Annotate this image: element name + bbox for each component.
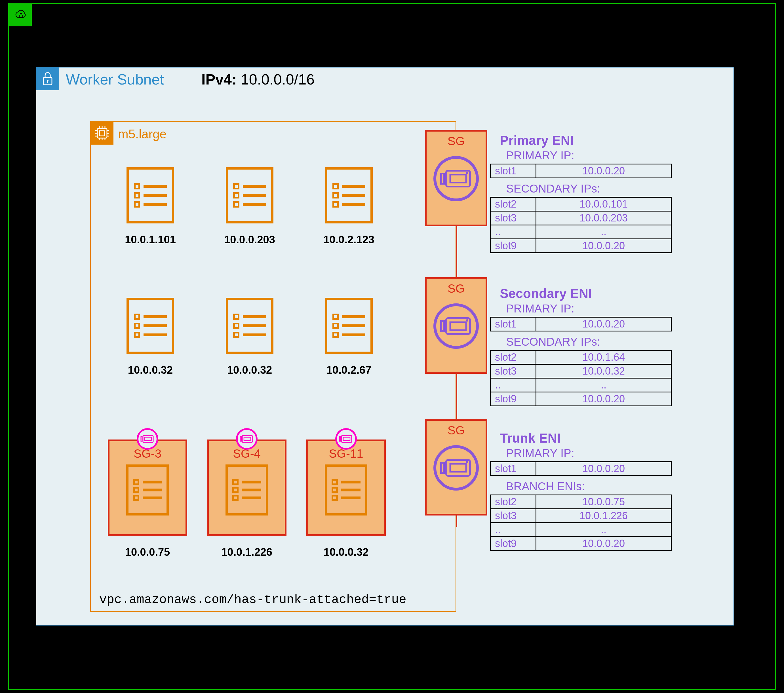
- eni-icon: [433, 445, 479, 491]
- eni-card-primary: SG: [425, 130, 487, 226]
- pod-ip: 10.0.1.101: [108, 234, 193, 246]
- task-icon: [325, 298, 373, 354]
- table-row: slot110.0.0.20: [491, 317, 671, 331]
- sg-pod-item: SG-11 10.0.0.32: [303, 440, 389, 558]
- table-row: slot910.0.0.20: [491, 537, 671, 551]
- svg-point-38: [466, 461, 468, 463]
- pod-ip: 10.0.2.123: [306, 234, 392, 246]
- eni-table-primary-ip: slot110.0.0.20: [490, 461, 672, 476]
- task-icon: [127, 167, 174, 224]
- svg-rect-20: [145, 437, 152, 441]
- task-icon: [325, 464, 367, 515]
- trunk-eni-block: Trunk ENI PRIMARY IP: slot110.0.0.20 BRA…: [490, 430, 692, 551]
- svg-rect-18: [141, 437, 142, 441]
- subnet-cidr: IPv4: 10.0.0.0/16: [201, 71, 315, 88]
- nic-icon: [240, 435, 254, 443]
- pod-item: 10.0.2.67: [306, 298, 392, 376]
- pod-item: 10.0.0.32: [207, 298, 292, 376]
- instance-badge: [91, 122, 114, 145]
- subnet-title: Worker Subnet: [66, 71, 164, 88]
- task-icon: [226, 298, 273, 354]
- svg-rect-5: [100, 131, 105, 136]
- eni-subtitle-primary-ip: PRIMARY IP:: [506, 302, 692, 315]
- eni-icon: [433, 156, 479, 201]
- sg-pod-item: SG-3 10.0.0.75: [105, 440, 190, 558]
- table-row: slot210.0.0.101: [491, 198, 671, 211]
- pod-ip: 10.0.0.32: [207, 364, 292, 376]
- eni-title: Primary ENI: [500, 133, 692, 148]
- task-icon: [325, 167, 373, 224]
- svg-rect-4: [97, 128, 107, 138]
- nic-icon: [339, 435, 353, 443]
- eni-card-trunk: SG: [425, 419, 487, 515]
- nic-icon: [440, 458, 472, 478]
- table-row: slot110.0.0.20: [491, 462, 671, 476]
- pod-item: 10.0.2.123: [306, 167, 392, 246]
- secondary-eni-block: Secondary ENI PRIMARY IP: slot110.0.0.20…: [490, 286, 692, 407]
- task-icon: [127, 298, 174, 354]
- pod-ip: 10.0.0.32: [108, 364, 193, 376]
- svg-rect-21: [240, 437, 241, 441]
- pod-item: 10.0.1.101: [108, 167, 193, 246]
- eni-subtitle-branch-enis: BRANCH ENIs:: [506, 480, 692, 493]
- sg-box: SG-11: [306, 440, 386, 536]
- svg-rect-37: [450, 464, 466, 472]
- sg-box: SG-4: [207, 440, 287, 536]
- eni-icon: [433, 303, 479, 349]
- table-row: slot310.0.0.203: [491, 211, 671, 225]
- lock-icon: [42, 71, 54, 87]
- svg-rect-31: [441, 321, 444, 331]
- svg-rect-29: [450, 174, 466, 183]
- eni-subtitle-secondary-ips: SECONDARY IPs:: [506, 182, 692, 195]
- svg-rect-33: [450, 322, 466, 330]
- table-row: slot910.0.0.20: [491, 239, 671, 253]
- sg-box: SG-3: [108, 440, 187, 536]
- branch-eni-icon: [335, 428, 357, 450]
- eni-table-branch-enis: slot210.0.0.75 slot310.0.1.226 .... slot…: [490, 494, 672, 551]
- svg-rect-24: [339, 437, 341, 441]
- pod-ip: 10.0.0.203: [207, 234, 292, 246]
- sg-label: SG: [448, 424, 465, 437]
- subnet-badge: [36, 67, 59, 90]
- table-row: ....: [491, 225, 671, 239]
- svg-rect-35: [441, 463, 444, 473]
- table-row: ....: [491, 523, 671, 537]
- branch-eni-icon: [236, 428, 257, 450]
- table-row: slot310.0.0.32: [491, 364, 671, 378]
- svg-rect-27: [441, 173, 444, 184]
- eni-table-secondary-ips: slot210.0.1.64 slot310.0.0.32 .... slot9…: [490, 350, 672, 407]
- eni-card-secondary: SG: [425, 277, 487, 374]
- primary-eni-block: Primary ENI PRIMARY IP: slot110.0.0.20 S…: [490, 133, 692, 253]
- svg-point-34: [466, 319, 468, 321]
- sg-label: SG: [448, 282, 465, 295]
- pod-ip: 10.0.2.67: [306, 364, 392, 376]
- pod-ip: 10.0.1.226: [204, 546, 289, 558]
- nic-icon: [440, 168, 472, 189]
- task-icon: [126, 464, 169, 515]
- eni-subtitle-primary-ip: PRIMARY IP:: [506, 149, 692, 162]
- table-row: slot910.0.0.20: [491, 392, 671, 406]
- sg-label: SG: [448, 134, 465, 148]
- svg-point-30: [466, 172, 468, 174]
- nic-icon: [141, 435, 154, 443]
- svg-rect-26: [343, 437, 350, 441]
- task-icon: [226, 167, 273, 224]
- diagram-canvas: Worker Subnet IPv4: 10.0.0.0/16: [0, 0, 784, 693]
- eni-table-secondary-ips: slot210.0.0.101 slot310.0.0.203 .... slo…: [490, 197, 672, 253]
- vpc-badge: [9, 4, 32, 26]
- svg-rect-23: [244, 437, 251, 441]
- eni-subtitle-secondary-ips: SECONDARY IPs:: [506, 336, 692, 348]
- eni-title: Secondary ENI: [500, 286, 692, 301]
- sg-pod-item: SG-4 10.0.1.226: [204, 440, 289, 558]
- table-row: slot210.0.1.64: [491, 351, 671, 364]
- subnet-cidr-value: 10.0.0.0/16: [241, 71, 315, 87]
- table-row: slot210.0.0.75: [491, 495, 671, 509]
- subnet-panel: Worker Subnet IPv4: 10.0.0.0/16: [36, 67, 734, 626]
- instance-box: m5.large vpc.amazonaws.com/has-trunk-att…: [90, 121, 456, 612]
- nic-icon: [440, 316, 472, 336]
- chip-icon: [94, 126, 110, 141]
- pod-item: 10.0.0.32: [108, 298, 193, 376]
- task-icon: [226, 464, 268, 515]
- instance-annotation: vpc.amazonaws.com/has-trunk-attached=tru…: [99, 593, 407, 607]
- table-row: slot310.0.1.226: [491, 509, 671, 523]
